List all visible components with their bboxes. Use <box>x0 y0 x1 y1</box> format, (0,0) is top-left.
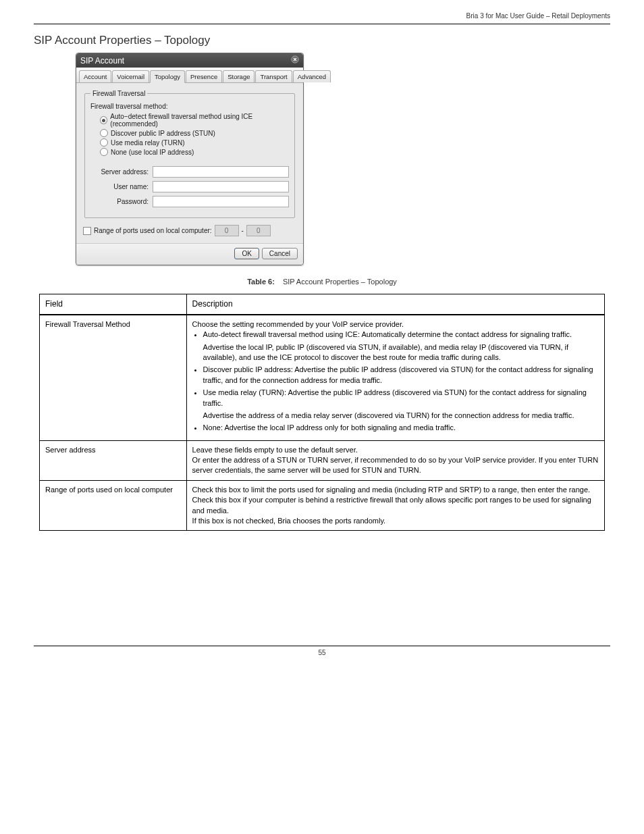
header-rule <box>34 24 610 24</box>
tab-voicemail[interactable]: Voicemail <box>112 70 149 82</box>
bullet-item: Discover public IP address: Advertise th… <box>203 365 599 386</box>
cell-field: Server address <box>40 440 187 480</box>
desc-bullets: Auto-detect firewall traversal method us… <box>192 330 599 434</box>
tab-bar: Account Voicemail Topology Presence Stor… <box>76 68 303 83</box>
caption-title: SIP Account Properties – Topology <box>283 278 397 286</box>
username-row: User name: <box>90 181 289 192</box>
port-range-row: Range of ports used on local computer: 0… <box>83 225 296 236</box>
radio-option-none[interactable]: None (use local IP address) <box>100 148 289 156</box>
sip-account-dialog: SIP Account Account Voicemail Topology P… <box>76 53 304 265</box>
tab-account[interactable]: Account <box>79 70 111 82</box>
bullet-item: Use media relay (TURN): Advertise the pu… <box>203 388 599 409</box>
radio-option-turn[interactable]: Use media relay (TURN) <box>100 138 289 147</box>
dialog-body: Firewall Traversal Firewall traversal me… <box>76 83 303 243</box>
radio-label: Use media relay (TURN) <box>111 139 184 147</box>
tab-advanced[interactable]: Advanced <box>293 70 331 82</box>
tab-storage[interactable]: Storage <box>223 70 254 82</box>
desc-line: Leave these fields empty to use the defa… <box>192 445 599 455</box>
method-label: Firewall traversal method: <box>90 103 289 110</box>
col-header-field: Field <box>40 294 187 315</box>
cell-desc: Choose the setting recommended by your V… <box>186 315 604 440</box>
password-row: Password: <box>90 196 289 207</box>
desc-line: Or enter the address of a STUN or TURN s… <box>192 455 599 476</box>
desc-line: If this box is not checked, Bria chooses… <box>192 516 599 526</box>
cancel-button[interactable]: Cancel <box>262 248 298 259</box>
close-icon[interactable] <box>291 55 299 66</box>
caption-label: Table 6: <box>247 278 275 286</box>
dialog-title: SIP Account <box>80 56 124 66</box>
password-label: Password: <box>90 198 149 205</box>
radio-option-stun[interactable]: Discover public IP address (STUN) <box>100 129 289 137</box>
radio-icon <box>100 116 107 124</box>
page-header: Bria 3 for Mac User Guide – Retail Deplo… <box>34 12 610 20</box>
cell-desc: Check this box to limit the ports used f… <box>186 480 604 531</box>
bullet-item: Auto-detect firewall traversal method us… <box>203 330 599 340</box>
radio-icon <box>100 138 108 147</box>
table-row: Server address Leave these fields empty … <box>40 440 605 480</box>
ok-button[interactable]: OK <box>234 248 259 259</box>
section-title: SIP Account Properties – Topology <box>34 34 610 47</box>
dialog-buttons: OK Cancel <box>76 243 303 265</box>
firewall-traversal-fieldset: Firewall Traversal Firewall traversal me… <box>84 90 295 218</box>
dialog-titlebar: SIP Account <box>76 53 303 68</box>
bullet-item: None: Advertise the local IP address onl… <box>203 423 599 433</box>
footer-rule <box>34 646 610 646</box>
tab-topology[interactable]: Topology <box>150 70 185 83</box>
table-caption: Table 6: SIP Account Properties – Topolo… <box>39 278 605 286</box>
server-address-label: Server address: <box>90 168 149 176</box>
radio-label: Auto−detect firewall traversal method us… <box>110 113 289 128</box>
tab-presence[interactable]: Presence <box>186 70 222 82</box>
bullet-item: Advertise the address of a media relay s… <box>203 411 599 421</box>
server-address-row: Server address: <box>90 166 289 178</box>
radio-label: Discover public IP address (STUN) <box>111 130 215 137</box>
username-input[interactable] <box>153 181 289 192</box>
port-to-input[interactable]: 0 <box>246 225 271 236</box>
username-label: User name: <box>90 183 149 190</box>
radio-icon <box>100 129 108 137</box>
desc-line: Check this box to limit the ports used f… <box>192 485 599 495</box>
password-input[interactable] <box>153 196 289 207</box>
tab-transport[interactable]: Transport <box>255 70 292 82</box>
table-row: Firewall Traversal Method Choose the set… <box>40 315 605 440</box>
server-address-input[interactable] <box>153 166 289 178</box>
radio-icon <box>100 148 108 156</box>
desc-line: Choose the setting recommended by your V… <box>192 319 599 330</box>
port-from-input[interactable]: 0 <box>215 225 239 236</box>
table-row: Range of ports used on local computer Ch… <box>40 480 605 531</box>
desc-line: Check this box if your computer is behin… <box>192 495 599 516</box>
page-number: 55 <box>34 649 610 656</box>
properties-table: Field Description Firewall Traversal Met… <box>39 294 605 531</box>
port-range-checkbox[interactable] <box>83 227 91 235</box>
bullet-item: Advertise the local IP, public IP (disco… <box>203 342 599 363</box>
cell-desc: Leave these fields empty to use the defa… <box>186 440 604 480</box>
radio-label: None (use local IP address) <box>111 149 194 156</box>
fieldset-legend: Firewall Traversal <box>90 90 147 97</box>
cell-field: Firewall Traversal Method <box>40 315 187 440</box>
col-header-desc: Description <box>186 294 604 315</box>
port-dash: - <box>242 227 244 234</box>
cell-field: Range of ports used on local computer <box>40 480 187 531</box>
port-range-label: Range of ports used on local computer: <box>94 227 212 234</box>
radio-option-ice[interactable]: Auto−detect firewall traversal method us… <box>100 113 289 128</box>
